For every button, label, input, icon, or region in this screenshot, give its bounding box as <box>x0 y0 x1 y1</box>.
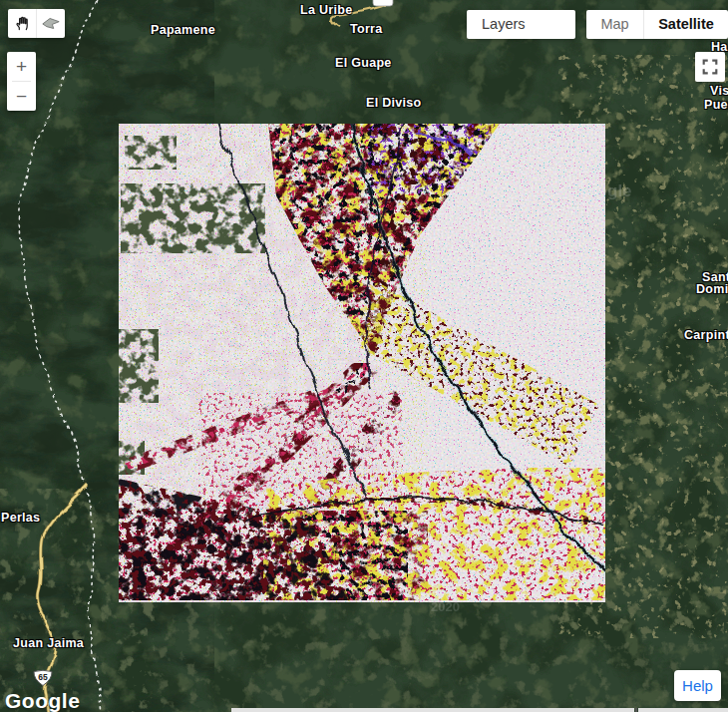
attribution-bar <box>231 708 634 712</box>
zoom-in-button[interactable]: + <box>7 52 36 81</box>
fullscreen-button[interactable] <box>695 52 725 82</box>
place-label: Carpinte <box>684 328 728 342</box>
satellite-type-button[interactable]: Satellite <box>644 10 728 39</box>
place-label: El Diviso <box>366 96 422 110</box>
map-canvas[interactable]: Google 2020 <box>0 0 728 712</box>
attribution-divider <box>635 708 637 712</box>
zoom-out-button[interactable]: − <box>7 82 36 111</box>
analysis-overlay-tile <box>119 124 605 602</box>
draw-toolbar <box>8 9 65 38</box>
place-label: Papamene <box>151 23 215 37</box>
place-label: Perlas <box>1 511 40 525</box>
svg-text:65: 65 <box>38 672 48 682</box>
place-label: El Guape <box>335 56 392 70</box>
attribution-bar-right <box>638 708 728 712</box>
layers-panel[interactable]: Layers <box>467 10 575 39</box>
place-label: La Uribe <box>300 3 352 17</box>
place-label: Puer <box>704 98 728 112</box>
partial-route-badge <box>373 0 393 6</box>
place-label: Domin <box>696 282 728 296</box>
pan-tool-button[interactable] <box>8 9 36 38</box>
hand-icon <box>13 15 31 33</box>
place-label: Torra <box>350 22 383 36</box>
basemap-toggle: Map Satellite <box>586 10 728 39</box>
help-button[interactable]: Help <box>674 670 721 701</box>
google-logo[interactable]: Google <box>5 689 80 712</box>
draw-polygon-button[interactable] <box>36 9 65 38</box>
place-label: Juan Jaima <box>13 636 84 650</box>
route-65-shield: 65 <box>31 668 55 688</box>
zoom-control: + − <box>7 52 36 111</box>
map-type-button[interactable]: Map <box>586 10 644 39</box>
place-label: Vis <box>710 84 728 98</box>
polygon-icon <box>41 16 61 31</box>
fullscreen-icon <box>701 58 719 76</box>
